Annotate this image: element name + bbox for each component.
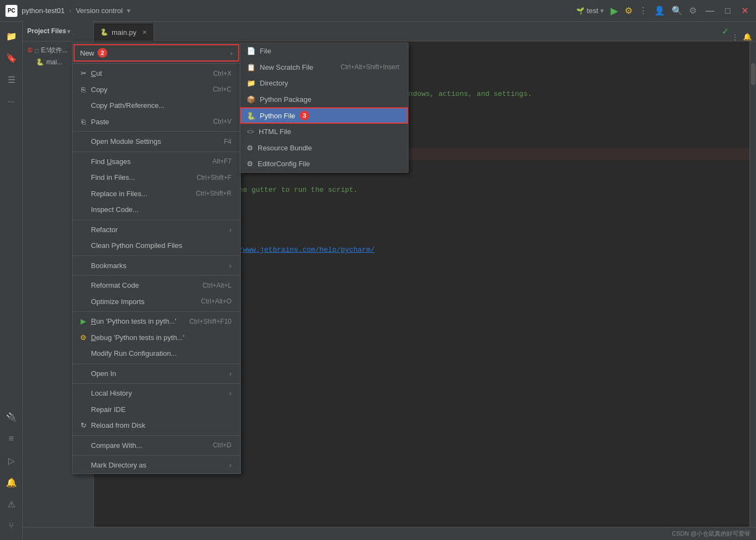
- debug-menu-icon: ⚙: [79, 332, 88, 343]
- menu-item-reformat[interactable]: Reformat Code Ctrl+Alt+L: [72, 277, 240, 294]
- copy-icon: ⎘: [79, 84, 88, 95]
- menu-separator-10: [72, 435, 240, 436]
- menu-item-modify-run[interactable]: Modify Run Configuration...: [72, 345, 240, 362]
- menu-separator-2: [72, 131, 240, 132]
- more-button[interactable]: ⋮: [639, 5, 648, 16]
- run-button[interactable]: ▶: [611, 5, 618, 17]
- check-icon: ✓: [722, 26, 729, 37]
- menu-item-debug[interactable]: ⚙ Debug 'Python tests in pyth...': [72, 330, 240, 346]
- editorconfig-icon: ⚙: [247, 159, 253, 169]
- menu-separator-6: [72, 275, 240, 276]
- menu-item-refactor[interactable]: Refactor ›: [72, 222, 240, 238]
- layers-icon[interactable]: ≡: [2, 429, 21, 448]
- more-tools-icon[interactable]: ⋯: [2, 92, 21, 111]
- menu-item-compare[interactable]: Compare With... Ctrl+D: [72, 438, 240, 454]
- search-icon[interactable]: 🔍: [672, 5, 682, 16]
- menu-item-repair-ide[interactable]: Repair IDE: [72, 402, 240, 418]
- notifications-icon[interactable]: 🔔: [2, 472, 21, 492]
- new-menu-label: New: [80, 49, 94, 57]
- menu-item-replace-files[interactable]: Replace in Files... Ctrl+Shift+R: [72, 186, 240, 202]
- minimize-button[interactable]: —: [703, 6, 716, 16]
- maximize-button[interactable]: □: [723, 6, 733, 16]
- run-indicator[interactable]: 🌱 test ▾: [576, 7, 604, 15]
- menu-separator-3: [72, 151, 240, 152]
- python-file-submenu-icon: 🐍: [247, 112, 255, 120]
- menu-item-open-module[interactable]: Open Module Settings F4: [72, 134, 240, 150]
- menu-item-new[interactable]: New 2 ›: [74, 44, 239, 62]
- submenu-python-file[interactable]: 🐍 Python File 3: [240, 107, 408, 124]
- badge-1: ①: [27, 47, 33, 54]
- menu-item-cut[interactable]: ✂ Cut Ctrl+X: [72, 65, 240, 82]
- menu-separator-7: [72, 311, 240, 312]
- new-arrow-icon: ›: [230, 49, 233, 57]
- project-files-label[interactable]: Project Files: [27, 27, 66, 35]
- run-dashboard-icon[interactable]: ▷: [2, 451, 21, 470]
- account-icon[interactable]: 👤: [654, 5, 665, 16]
- reload-icon: ↻: [79, 420, 88, 431]
- menu-item-bookmarks[interactable]: Bookmarks ›: [72, 258, 240, 274]
- right-scrollbar[interactable]: [749, 41, 756, 527]
- submenu-html-file[interactable]: <> HTML File: [240, 124, 408, 140]
- submenu-editorconfig[interactable]: ⚙ EditorConfig File: [240, 156, 408, 172]
- submenu-resource-bundle[interactable]: ⚙ Resource Bundle: [240, 140, 408, 156]
- paste-icon: ⎗: [79, 117, 88, 128]
- menu-item-open-in[interactable]: Open In ›: [72, 366, 240, 382]
- project-file-label[interactable]: mai...: [46, 58, 62, 66]
- menu-separator-5: [72, 256, 240, 256]
- python-package-icon: 📦: [247, 94, 255, 105]
- submenu-scratch-file[interactable]: 📋 New Scratch File Ctrl+Alt+Shift+Insert: [240, 59, 408, 76]
- menu-item-optimize-imports[interactable]: Optimize Imports Ctrl+Alt+O: [72, 294, 240, 310]
- menu-item-local-history[interactable]: Local History ›: [72, 385, 240, 402]
- tabs-bar: Project Files ▾ 🐍 main.py ✕ ⋮ ✓ 🔔: [23, 22, 756, 41]
- debug-button[interactable]: ⚙: [625, 5, 632, 16]
- bookmarks-icon[interactable]: 🔖: [2, 48, 21, 68]
- menu-item-copy[interactable]: ⎘ Copy Ctrl+C: [72, 82, 240, 98]
- plugins-icon[interactable]: 🔌: [2, 407, 21, 427]
- status-text: CSDN @小仓鼠真的好可爱呀: [672, 530, 751, 538]
- menu-item-reload-disk[interactable]: ↻ Reload from Disk: [72, 417, 240, 434]
- project-root-label[interactable]: E:\软件...: [41, 46, 68, 55]
- app-logo: PC: [5, 5, 17, 17]
- folder-icon: □: [35, 47, 39, 54]
- tab-actions: ⋮ ✓ 🔔: [731, 33, 756, 41]
- close-button[interactable]: ✕: [739, 5, 751, 16]
- settings-icon[interactable]: ⚙: [689, 5, 697, 16]
- menu-separator-8: [72, 363, 240, 364]
- tab-menu-icon[interactable]: ⋮: [731, 33, 739, 41]
- menu-item-clean-compiled[interactable]: Clean Python Compiled Files: [72, 238, 240, 254]
- submenu-file[interactable]: 📄 File: [240, 43, 408, 59]
- vcs-label[interactable]: Version control: [76, 7, 123, 15]
- menu-item-mark-directory[interactable]: Mark Directory as ›: [72, 457, 240, 474]
- title-sep: ›: [69, 7, 71, 15]
- file-icon: 🐍: [36, 58, 44, 66]
- menu-item-run[interactable]: ▶ Run 'Python tests in pyth...' Ctrl+Shi…: [72, 313, 240, 330]
- tab-close-button[interactable]: ✕: [142, 29, 147, 36]
- cut-icon: ✂: [79, 68, 88, 79]
- python-file-icon: 🐍: [100, 28, 108, 36]
- submenu-python-package[interactable]: 📦 Python Package: [240, 92, 408, 108]
- git-icon[interactable]: ⑂: [2, 516, 21, 536]
- project-files-icon[interactable]: 📁: [2, 26, 21, 46]
- submenu-directory[interactable]: 📁 Directory: [240, 75, 408, 92]
- new-badge: 2: [97, 48, 107, 58]
- problems-icon[interactable]: ⚠: [2, 494, 21, 514]
- scrollbar-thumb[interactable]: [751, 63, 755, 85]
- structure-icon[interactable]: ☰: [2, 70, 21, 89]
- python-file-badge: 3: [300, 111, 309, 120]
- directory-icon: 📁: [247, 78, 255, 89]
- context-menu: New 2 › ✂ Cut Ctrl+X ⎘ Copy Ctrl+C Copy …: [72, 43, 241, 474]
- menu-item-inspect-code[interactable]: Inspect Code...: [72, 202, 240, 218]
- scratch-file-icon: 📋: [247, 62, 255, 73]
- menu-item-paste[interactable]: ⎗ Paste Ctrl+V: [72, 114, 240, 130]
- main-py-tab[interactable]: 🐍 main.py ✕: [94, 23, 154, 41]
- menu-item-copy-path[interactable]: Copy Path/Reference...: [72, 98, 240, 114]
- menu-separator-11: [72, 455, 240, 456]
- vcs-dropdown-icon[interactable]: ▾: [127, 7, 131, 15]
- submenu-new: 📄 File 📋 New Scratch File Ctrl+Alt+Shift…: [240, 43, 409, 173]
- notifications-badge-icon[interactable]: 🔔: [743, 33, 752, 41]
- html-file-icon: <>: [247, 127, 254, 137]
- menu-separator-9: [72, 383, 240, 384]
- menu-item-find-usages[interactable]: Find Usages Alt+F7: [72, 154, 240, 170]
- icon-bar: 📁 🔖 ☰ ⋯ 🔌 ≡ ▷ 🔔 ⚠ ⑂: [0, 22, 23, 540]
- menu-item-find-files[interactable]: Find in Files... Ctrl+Shift+F: [72, 169, 240, 186]
